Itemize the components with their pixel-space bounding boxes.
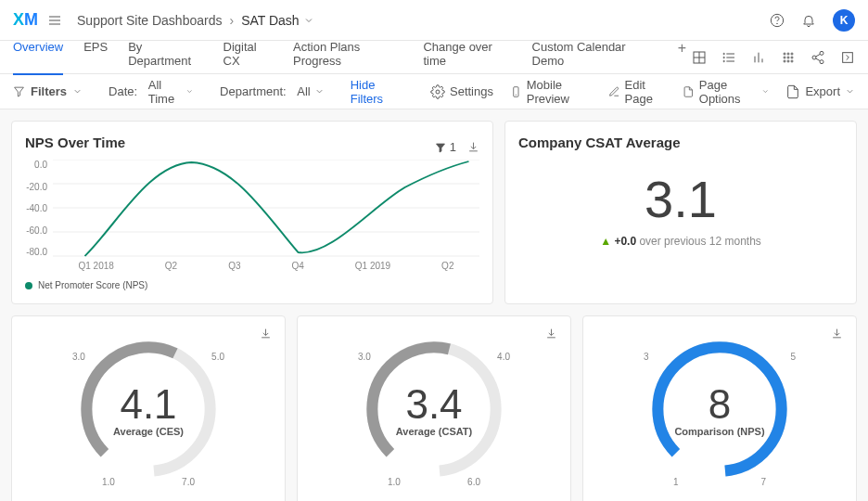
- svg-point-19: [791, 53, 793, 55]
- svg-rect-34: [514, 86, 518, 96]
- csat-value: 3.1: [518, 169, 843, 229]
- list-icon[interactable]: [721, 50, 736, 65]
- header-actions: K: [770, 9, 855, 32]
- filter-date[interactable]: Date: All Time: [108, 78, 194, 106]
- svg-point-25: [791, 60, 793, 62]
- row-2: 4.1 Average (CES) 3.0 5.0 1.0 7.0 3.4 Av…: [11, 315, 857, 501]
- gauge-ces-card: 4.1 Average (CES) 3.0 5.0 1.0 7.0: [11, 315, 286, 501]
- menu-icon[interactable]: [47, 13, 62, 28]
- tab-action-plans[interactable]: Action Plans Progress: [293, 40, 402, 75]
- svg-point-17: [784, 53, 785, 55]
- bar-chart-icon[interactable]: [751, 50, 766, 65]
- grid-icon[interactable]: [781, 50, 796, 65]
- nps-line-chart: 0.0 -20.0 -40.0 -60.0 -80.0 Q1 2018 Q2 Q…: [53, 160, 479, 271]
- gauge-ces: 4.1 Average (CES) 3.0 5.0 1.0 7.0: [65, 326, 232, 493]
- csat-average-card: Company CSAT Average 3.1 ▲ +0.0 over pre…: [504, 121, 857, 304]
- download-icon[interactable]: [831, 328, 843, 340]
- layout-icon[interactable]: [692, 50, 707, 65]
- svg-line-30: [816, 58, 821, 61]
- svg-point-27: [812, 56, 816, 59]
- chart-legend: Net Promoter Score (NPS): [25, 280, 479, 290]
- widget-filter-button[interactable]: 1: [435, 140, 456, 154]
- edit-page-button[interactable]: Edit Page: [608, 78, 666, 106]
- svg-point-11: [723, 53, 724, 54]
- mobile-preview-button[interactable]: Mobile Preview: [510, 78, 592, 106]
- svg-marker-36: [436, 144, 444, 152]
- filter-department[interactable]: Department: All: [220, 84, 325, 98]
- svg-point-33: [436, 90, 440, 94]
- trend-up-icon: ▲: [600, 235, 611, 248]
- card-title: NPS Over Time: [25, 135, 125, 150]
- page-options-button[interactable]: Page Options: [683, 78, 769, 106]
- settings-button[interactable]: Settings: [430, 84, 493, 99]
- breadcrumb-current[interactable]: SAT Dash: [241, 13, 314, 28]
- gauge-nps: 8 Comparison (NPS) 3 5 1 7: [636, 326, 803, 493]
- add-tab-button[interactable]: +: [672, 40, 692, 75]
- avatar[interactable]: K: [833, 9, 855, 32]
- card-title: Company CSAT Average: [518, 135, 843, 150]
- svg-line-29: [816, 54, 821, 57]
- svg-point-26: [820, 51, 823, 55]
- chevron-right-icon: ›: [229, 13, 234, 28]
- svg-point-23: [784, 60, 785, 62]
- svg-point-12: [723, 57, 724, 58]
- tab-overview[interactable]: Overview: [13, 40, 63, 75]
- chevron-down-icon: [72, 86, 83, 96]
- app-header: XM Support Site Dashboards › SAT Dash K: [0, 0, 868, 41]
- breadcrumb-parent[interactable]: Support Site Dashboards: [77, 13, 222, 28]
- filters-row: Filters Date: All Time Department: All H…: [0, 74, 868, 109]
- filters-toolbar: Settings Mobile Preview Edit Page Page O…: [430, 78, 855, 106]
- y-axis-labels: 0.0 -20.0 -40.0 -60.0 -80.0: [25, 160, 47, 257]
- dashboard-content: NPS Over Time 1 0.0 -20.0 -40.0 -60.0 -8…: [0, 109, 868, 501]
- tab-by-department[interactable]: By Department: [128, 40, 202, 75]
- gauge-csat: 3.4 Average (CSAT) 3.0 4.0 1.0 6.0: [351, 326, 517, 493]
- export-button[interactable]: Export: [785, 84, 855, 99]
- csat-trend: ▲ +0.0 over previous 12 months: [518, 235, 843, 248]
- download-icon[interactable]: [545, 328, 557, 340]
- view-tools: [692, 50, 855, 65]
- svg-point-24: [787, 60, 789, 62]
- svg-marker-32: [15, 87, 24, 96]
- svg-point-22: [791, 57, 793, 58]
- download-icon[interactable]: [467, 141, 479, 153]
- chevron-down-icon: [303, 15, 314, 26]
- tab-custom-calendar[interactable]: Custom Calendar Demo: [532, 40, 652, 75]
- row-1: NPS Over Time 1 0.0 -20.0 -40.0 -60.0 -8…: [11, 121, 857, 304]
- tab-eps[interactable]: EPS: [83, 40, 108, 75]
- svg-rect-31: [843, 52, 853, 62]
- svg-point-20: [784, 57, 785, 58]
- tabs: Overview EPS By Department Digital CX Ac…: [13, 40, 692, 75]
- tabs-row: Overview EPS By Department Digital CX Ac…: [0, 41, 868, 74]
- download-icon[interactable]: [260, 328, 272, 340]
- legend-dot-icon: [25, 282, 32, 289]
- svg-point-4: [777, 23, 778, 24]
- svg-point-18: [787, 53, 789, 55]
- help-icon[interactable]: [770, 13, 785, 28]
- nps-over-time-card: NPS Over Time 1 0.0 -20.0 -40.0 -60.0 -8…: [11, 121, 493, 304]
- share-icon[interactable]: [811, 50, 825, 65]
- filters-button[interactable]: Filters: [13, 84, 83, 98]
- tab-digital-cx[interactable]: Digital CX: [223, 40, 274, 75]
- fullscreen-icon[interactable]: [840, 50, 855, 65]
- bell-icon[interactable]: [801, 13, 816, 28]
- svg-point-28: [820, 59, 823, 63]
- tab-change-over-time[interactable]: Change over time: [423, 40, 511, 75]
- gauge-csat-card: 3.4 Average (CSAT) 3.0 4.0 1.0 6.0: [297, 315, 571, 501]
- svg-point-13: [723, 60, 724, 61]
- breadcrumb: Support Site Dashboards › SAT Dash: [77, 13, 314, 28]
- gauge-nps-card: 8 Comparison (NPS) 3 5 1 7: [582, 315, 857, 501]
- svg-point-21: [787, 57, 789, 58]
- x-axis-labels: Q1 2018 Q2 Q3 Q4 Q1 2019 Q2: [53, 261, 479, 271]
- line-chart-svg: [53, 160, 479, 257]
- hide-filters-link[interactable]: Hide Filters: [351, 78, 404, 106]
- logo: XM: [13, 10, 38, 30]
